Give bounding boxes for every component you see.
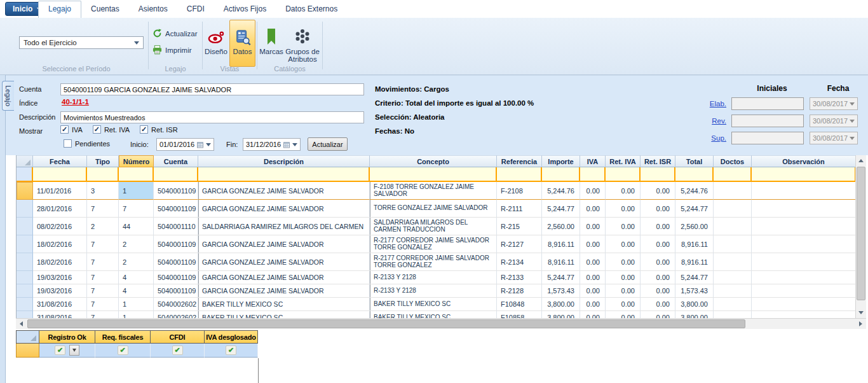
- column-header-iva[interactable]: IVA: [580, 155, 606, 167]
- cell-numero[interactable]: 4: [119, 271, 154, 284]
- cell-descripcion[interactable]: GARCIA GONZALEZ JAIME SALVADOR: [198, 200, 370, 218]
- check-cell-registro-ok[interactable]: ✔: [39, 344, 95, 358]
- signoff-link-sup[interactable]: Sup.: [702, 134, 731, 142]
- period-select[interactable]: Todo el Ejercicio: [19, 36, 144, 49]
- column-header-iva-desglosado[interactable]: IVA desglosado: [205, 330, 258, 344]
- column-header-total[interactable]: Total: [675, 155, 714, 167]
- check-cell-req-fiscales[interactable]: ✔: [95, 344, 151, 358]
- cell-doctos[interactable]: [714, 284, 752, 298]
- cell-ret-isr[interactable]: 0.00: [641, 284, 675, 298]
- scroll-left-arrow[interactable]: [16, 319, 27, 329]
- cell-cuenta[interactable]: 5040001109: [154, 271, 198, 284]
- select-all-corner[interactable]: [16, 330, 39, 344]
- cell-doctos[interactable]: [714, 311, 752, 318]
- filter-cell-tipo[interactable]: [87, 167, 119, 181]
- cell-concepto[interactable]: R-2133 Y 2128: [370, 271, 497, 284]
- cell-referencia[interactable]: F10858: [497, 311, 542, 318]
- column-header-cuenta[interactable]: Cuenta: [154, 155, 198, 167]
- cell-referencia[interactable]: R-2128: [497, 284, 542, 298]
- cell-tipo[interactable]: 7: [87, 271, 119, 284]
- cell-cuenta[interactable]: 5040001109: [154, 284, 198, 298]
- cell-fecha[interactable]: 31/08/2016: [33, 311, 87, 318]
- cell-cuenta[interactable]: 5040001109: [154, 182, 198, 200]
- cell-observacion[interactable]: [752, 235, 856, 253]
- cell-doctos[interactable]: [714, 200, 752, 218]
- column-header-concepto[interactable]: Concepto: [370, 155, 497, 167]
- legajo-side-tab[interactable]: Legajo: [2, 81, 14, 111]
- scroll-right-arrow[interactable]: [855, 319, 866, 329]
- column-header-numero[interactable]: Número: [119, 155, 154, 167]
- cell-ret-isr[interactable]: 0.00: [641, 182, 675, 200]
- table-row[interactable]: 08/02/20162445040001110SALDARRIAGA RAMIR…: [17, 218, 866, 235]
- cell-concepto[interactable]: R-2133 Y 2128: [370, 284, 497, 298]
- filter-cell-ret-isr[interactable]: [641, 167, 675, 181]
- cell-ret-iva[interactable]: 0.00: [606, 271, 641, 284]
- cell-importe[interactable]: 8,916.11: [542, 235, 580, 253]
- cell-referencia[interactable]: R-2134: [497, 253, 542, 271]
- column-header-observacion[interactable]: Observación: [752, 155, 856, 167]
- cell-cuenta[interactable]: 5040001110: [154, 218, 198, 235]
- tab-asientos[interactable]: Asientos: [129, 0, 177, 18]
- cell-numero[interactable]: 1: [119, 298, 154, 311]
- filter-cell-observacion[interactable]: [752, 167, 856, 181]
- cell-descripcion[interactable]: SALDARRIAGA RAMIREZ MILAGROS DEL CARMEN: [198, 218, 370, 235]
- cell-ret-isr[interactable]: 0.00: [641, 253, 675, 271]
- row-indicator[interactable]: [17, 235, 33, 253]
- cell-iva[interactable]: 0.00: [580, 298, 606, 311]
- table-row[interactable]: 18/02/2016725040001109GARCIA GONZALEZ JA…: [17, 253, 866, 271]
- cell-observacion[interactable]: [752, 182, 856, 200]
- cell-tipo[interactable]: 7: [87, 311, 119, 318]
- cell-tipo[interactable]: 7: [87, 235, 119, 253]
- filter-cell-total[interactable]: [675, 167, 714, 181]
- row-indicator[interactable]: [17, 284, 33, 298]
- cell-importe[interactable]: 5,244.77: [542, 200, 580, 218]
- cell-ret-isr[interactable]: 0.00: [641, 311, 675, 318]
- fecha-select[interactable]: 30/08/2017: [810, 97, 858, 110]
- cell-concepto[interactable]: BAKER TILLY MEXICO SC: [370, 298, 497, 311]
- cell-total[interactable]: 5,244.77: [675, 271, 714, 284]
- tab-datos-externos[interactable]: Datos Externos: [276, 0, 347, 18]
- cell-tipo[interactable]: 7: [87, 284, 119, 298]
- pendientes-checkbox[interactable]: Pendientes: [64, 139, 110, 148]
- tab-activos-fijos[interactable]: Activos Fijos: [214, 0, 276, 18]
- cell-total[interactable]: 5,244.77: [675, 200, 714, 218]
- cell-total[interactable]: 2,560.00: [675, 218, 714, 235]
- cell-ret-isr[interactable]: 0.00: [641, 271, 675, 284]
- cell-iva[interactable]: 0.00: [580, 253, 606, 271]
- cell-iva[interactable]: 0.00: [580, 311, 606, 318]
- check-cell-cfdi[interactable]: ✔: [151, 344, 205, 358]
- cell-concepto[interactable]: BAKER TILLY MEXICO SC: [370, 311, 497, 318]
- cell-fecha[interactable]: 11/01/2016: [33, 182, 87, 200]
- vertical-scrollbar-thumb[interactable]: [857, 167, 865, 300]
- datos-view-button[interactable]: Datos: [229, 20, 255, 67]
- cell-descripcion[interactable]: GARCIA GONZALEZ JAIME SALVADOR: [198, 253, 370, 271]
- row-indicator[interactable]: [17, 298, 33, 311]
- cell-numero[interactable]: 4: [119, 284, 154, 298]
- cell-doctos[interactable]: [714, 235, 752, 253]
- cell-importe[interactable]: 5,244.76: [542, 182, 580, 200]
- tab-legajo[interactable]: Legajo: [38, 1, 81, 18]
- table-row[interactable]: 31/08/2016715040002602BAKER TILLY MEXICO…: [17, 311, 866, 318]
- cell-ret-iva[interactable]: 0.00: [606, 218, 641, 235]
- signoff-link-elab[interactable]: Elab.: [702, 100, 731, 108]
- table-row[interactable]: 11/01/2016315040001109GARCIA GONZALEZ JA…: [17, 182, 866, 200]
- cell-cuenta[interactable]: 5040001109: [154, 235, 198, 253]
- cell-ret-iva[interactable]: 0.00: [606, 253, 641, 271]
- cell-concepto[interactable]: R-2177 CORREDOR JAIME SALVADOR TORRE GON…: [370, 235, 497, 253]
- select-all-corner[interactable]: [17, 155, 33, 167]
- cell-fecha[interactable]: 08/02/2016: [33, 218, 87, 235]
- column-header-tipo[interactable]: Tipo: [87, 155, 119, 167]
- cell-tipo[interactable]: 7: [87, 200, 119, 218]
- row-indicator[interactable]: [17, 218, 33, 235]
- cell-numero[interactable]: 2: [119, 253, 154, 271]
- cell-observacion[interactable]: [752, 284, 856, 298]
- diseno-view-button[interactable]: Diseño: [203, 20, 229, 67]
- cell-ret-iva[interactable]: 0.00: [606, 235, 641, 253]
- column-header-ret-iva[interactable]: Ret. IVA: [606, 155, 641, 167]
- table-row[interactable]: 19/03/2016745040001109GARCIA GONZALEZ JA…: [17, 284, 866, 298]
- column-header-doctos[interactable]: Doctos: [714, 155, 752, 167]
- cell-cuenta[interactable]: 5040002602: [154, 311, 198, 318]
- cell-cuenta[interactable]: 5040001109: [154, 253, 198, 271]
- cell-ret-isr[interactable]: 0.00: [641, 235, 675, 253]
- column-header-importe[interactable]: Importe: [542, 155, 580, 167]
